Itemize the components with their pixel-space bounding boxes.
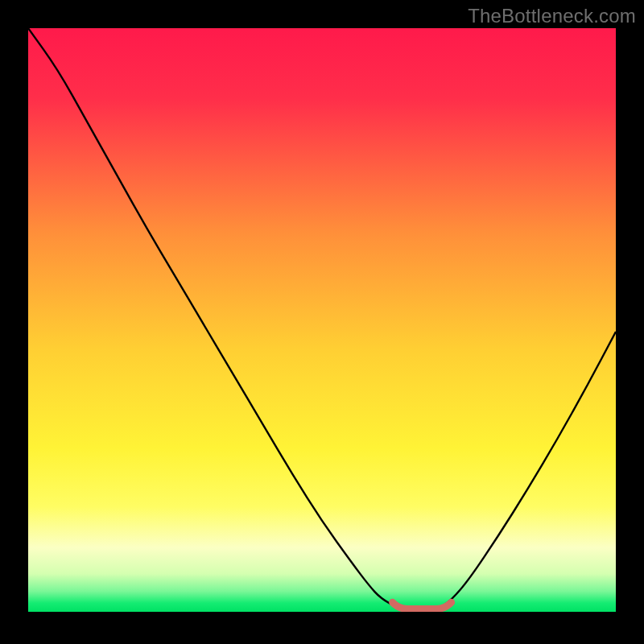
plot-area	[28, 28, 616, 612]
bottleneck-chart	[28, 28, 616, 612]
chart-frame: TheBottleneck.com	[0, 0, 644, 644]
gradient-background	[28, 28, 616, 612]
attribution-label: TheBottleneck.com	[468, 5, 636, 27]
